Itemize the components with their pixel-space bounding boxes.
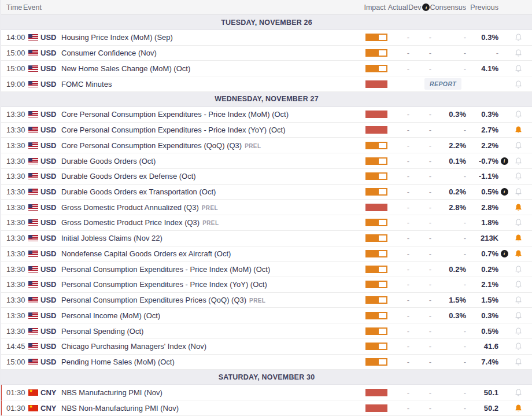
bell-icon[interactable] (509, 80, 532, 89)
event-row[interactable]: 13:30USDCore Personal Consumption Expend… (1, 107, 532, 123)
event-row[interactable]: 14:00USDHousing Price Index (MoM) (Sep)-… (1, 30, 532, 46)
bell-icon[interactable] (509, 311, 532, 320)
event-time: 13:30 (1, 110, 28, 119)
flag-cell (28, 281, 40, 288)
event-row[interactable]: 13:30USDCore Personal Consumption Expend… (1, 123, 532, 138)
event-row[interactable]: 14:45USDChicago Purchasing Managers' Ind… (1, 339, 532, 355)
actual-value: - (387, 265, 409, 274)
us-flag-icon (28, 65, 38, 72)
actual-value: - (387, 110, 409, 119)
flag-cell (28, 219, 40, 226)
bell-icon[interactable] (509, 49, 532, 57)
impact-cell (354, 111, 387, 118)
impact-bar-high (365, 111, 387, 118)
bell-icon[interactable] (509, 172, 532, 181)
event-row[interactable]: 13:30USDCore Personal Consumption Expend… (1, 138, 532, 153)
bell-icon[interactable] (509, 342, 532, 351)
event-row[interactable]: 13:30USDPersonal Consumption Expenditure… (1, 277, 532, 293)
event-time: 13:30 (1, 249, 28, 258)
bell-icon[interactable] (509, 327, 532, 336)
event-row[interactable]: 15:00USDPending Home Sales (MoM) (Oct)--… (1, 355, 532, 370)
us-flag-icon (28, 343, 38, 349)
bell-icon[interactable] (509, 33, 532, 42)
event-row[interactable]: 15:00USDConsumer Confidence (Nov)---- (1, 46, 532, 61)
previous-value: 0.5% (466, 187, 498, 196)
event-row[interactable]: 13:30USDPersonal Income (MoM) (Oct)--0.3… (1, 308, 532, 323)
consensus-value: - (431, 280, 466, 289)
bell-icon[interactable] (509, 296, 532, 304)
actual-value: - (387, 327, 409, 336)
currency-code: USD (40, 342, 61, 351)
event-row[interactable]: 13:30USDGross Domestic Product Price Ind… (1, 215, 532, 231)
actual-value: - (387, 342, 409, 351)
bell-icon[interactable] (509, 110, 532, 119)
actual-value: - (387, 126, 409, 134)
bell-icon[interactable] (509, 404, 532, 413)
column-header-time: Time (1, 3, 23, 12)
column-header-previous: Previous (466, 3, 498, 12)
event-name: Gross Domestic Product Annualized (Q3)PR… (61, 203, 354, 212)
previous-info-cell: i (498, 157, 509, 165)
event-row[interactable]: 13:30USDPersonal Spending (Oct)---0.5% (1, 323, 532, 339)
impact-bar-medium (365, 219, 387, 226)
event-time: 13:30 (1, 172, 28, 181)
deviation-value: - (409, 110, 431, 119)
bell-icon[interactable] (509, 265, 532, 274)
impact-cell (354, 389, 387, 396)
event-row[interactable]: 13:30USDPersonal Consumption Expenditure… (1, 293, 532, 308)
event-row[interactable]: 01:30CNYNBS Non-Manufacturing PMI (Nov)-… (1, 400, 532, 416)
event-row[interactable]: 13:30USDPersonal Consumption Expenditure… (1, 262, 532, 277)
previous-value: 2.1% (466, 280, 498, 289)
event-row[interactable]: 13:30USDDurable Goods Orders ex Transpor… (1, 185, 532, 200)
bell-icon[interactable] (509, 388, 532, 397)
event-name: Durable Goods Orders ex Defense (Oct) (61, 172, 354, 181)
bell-icon[interactable] (509, 234, 532, 242)
flag-cell (28, 389, 40, 396)
info-icon[interactable]: i (501, 157, 508, 165)
event-row[interactable]: 13:30USDDurable Goods Orders ex Defense … (1, 169, 532, 185)
currency-code: USD (40, 141, 61, 150)
actual-value: - (387, 358, 409, 366)
bell-icon[interactable] (509, 64, 532, 73)
event-row[interactable]: 15:00USDNew Home Sales Change (MoM) (Oct… (1, 61, 532, 76)
bell-icon[interactable] (509, 126, 532, 134)
previous-value: 213K (466, 234, 498, 242)
bell-icon[interactable] (509, 249, 532, 258)
impact-bar-high (365, 126, 387, 134)
event-row[interactable]: 19:00USDFOMC MinutesREPORT (1, 76, 532, 92)
bell-icon[interactable] (509, 157, 532, 165)
actual-value: - (387, 296, 409, 304)
actual-value: - (387, 33, 409, 42)
info-icon[interactable]: i (501, 188, 508, 196)
consensus-value: - (431, 126, 466, 134)
currency-code: USD (40, 80, 61, 89)
bell-icon[interactable] (509, 187, 532, 196)
info-icon[interactable]: i (422, 3, 430, 11)
bell-icon[interactable] (509, 203, 532, 212)
consensus-value: - (431, 33, 466, 42)
event-row[interactable]: 13:30USDNondefense Capital Goods Orders … (1, 246, 532, 262)
impact-cell (354, 281, 387, 288)
event-row[interactable]: 13:30USDInitial Jobless Claims (Nov 22)-… (1, 231, 532, 246)
actual-value: - (387, 218, 409, 227)
previous-value: 2.7% (466, 126, 498, 134)
flag-cell (28, 189, 40, 195)
bell-icon[interactable] (509, 141, 532, 150)
event-name: NBS Non-Manufacturing PMI (Nov) (61, 404, 354, 413)
event-row[interactable]: 13:30USDDurable Goods Orders (Oct)--0.1%… (1, 153, 532, 169)
us-flag-icon (28, 235, 38, 241)
previous-value: 41.6 (466, 342, 498, 351)
info-icon[interactable]: i (501, 250, 508, 257)
event-row[interactable]: 01:30CNYNBS Manufacturing PMI (Nov)---50… (1, 385, 532, 400)
bell-icon[interactable] (509, 358, 532, 366)
event-name: Chicago Purchasing Managers' Index (Nov) (61, 342, 354, 351)
impact-bar-medium (365, 49, 387, 57)
bell-icon[interactable] (509, 280, 532, 289)
us-flag-icon (28, 266, 38, 273)
event-time: 13:30 (1, 187, 28, 196)
report-link[interactable]: REPORT (424, 78, 461, 90)
flag-cell (28, 359, 40, 365)
event-row[interactable]: 13:30USDGross Domestic Product Annualize… (1, 200, 532, 215)
bell-icon[interactable] (509, 218, 532, 227)
us-flag-icon (28, 312, 38, 319)
